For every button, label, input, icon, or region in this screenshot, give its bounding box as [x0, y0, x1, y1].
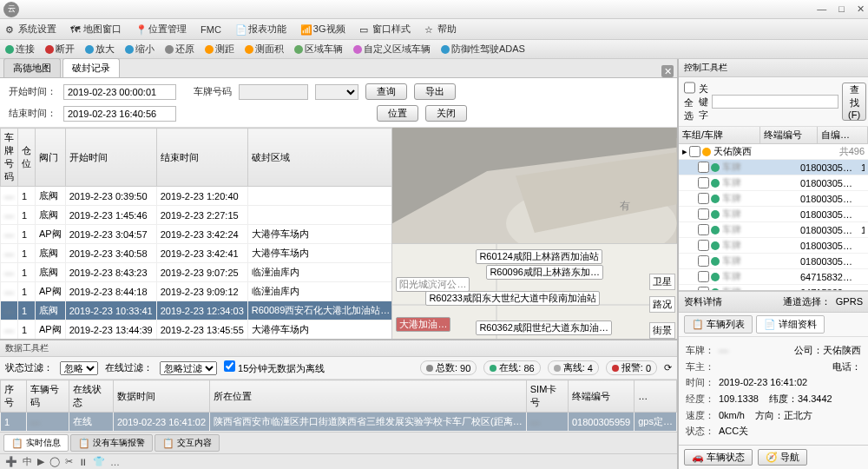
navigate-button[interactable]: 🧭导航 — [758, 449, 807, 466]
tab-close-button[interactable]: ✕ — [661, 65, 674, 77]
menu-帮助[interactable]: ☆帮助 — [424, 23, 457, 36]
col-header[interactable]: 车辆号码 — [26, 380, 69, 413]
export-button[interactable]: 导出 — [414, 83, 456, 100]
tree-item[interactable]: 车牌01800305…1471… — [679, 160, 868, 175]
tool-缩小[interactable]: 缩小 — [125, 43, 155, 56]
table-row[interactable]: —1底阀2019-2-23 3:40:582019-2-23 3:42:41大港… — [1, 244, 393, 263]
find-button[interactable]: 查找(F) — [842, 83, 866, 121]
tree-item[interactable]: 车牌64715832… — [679, 269, 868, 285]
menu-系统设置[interactable]: ⚙系统设置 — [5, 23, 56, 36]
col-header[interactable]: 在线状态 — [69, 380, 114, 413]
select-all-checkbox[interactable]: 全选 — [684, 81, 695, 122]
tool-还原[interactable]: 还原 — [165, 43, 194, 56]
col-header[interactable]: 数据时间 — [113, 380, 209, 413]
map-poi-label[interactable]: R60233咸阳东大世纪大道中段南加油站 — [425, 291, 600, 306]
table-row[interactable]: —1底阀2019-2-23 10:33:412019-2-23 12:34:03… — [1, 301, 393, 320]
status-icon[interactable]: 中 — [23, 455, 32, 468]
menu-报表功能[interactable]: 📄报表功能 — [235, 23, 286, 36]
status-icon[interactable]: ➕ — [5, 456, 17, 467]
map-road-toggle[interactable]: 路况 — [649, 296, 675, 313]
close-button[interactable]: ✕ — [857, 3, 865, 15]
start-time-input[interactable] — [63, 84, 176, 100]
menu-位置管理[interactable]: 📍位置管理 — [135, 23, 187, 36]
maximize-button[interactable]: □ — [838, 3, 845, 15]
status-filter-select[interactable]: 忽略 — [60, 361, 98, 375]
map-street-toggle[interactable]: 街景 — [649, 322, 675, 339]
idle-checkbox-label[interactable]: 15分钟无数据为离线 — [224, 360, 325, 375]
map-marker-label: 大港加油… — [396, 317, 450, 332]
plate-input[interactable] — [239, 84, 308, 100]
tab-map[interactable]: 高德地图 — [3, 58, 61, 77]
tool-放大[interactable]: 放大 — [85, 43, 115, 56]
menu-地图窗口[interactable]: 🗺地图窗口 — [70, 23, 122, 36]
tree-item[interactable]: 车牌01800305… — [679, 175, 868, 191]
col-header[interactable]: 破封区域 — [247, 129, 392, 187]
tree-item[interactable]: 车牌01800305… — [679, 254, 868, 269]
status-icon[interactable]: ✂ — [65, 456, 73, 467]
table-row[interactable]: —1AP阀2019-2-23 13:44:392019-2-23 13:45:5… — [1, 320, 393, 340]
tool-测面积[interactable]: 测面积 — [245, 43, 284, 56]
tool-icon — [45, 45, 54, 54]
end-time-input[interactable] — [63, 106, 176, 122]
tool-连接[interactable]: 连接 — [5, 43, 35, 56]
query-button[interactable]: 查询 — [365, 83, 407, 100]
minimize-button[interactable]: — — [817, 3, 826, 15]
map-satellite-toggle[interactable]: 卫星 — [649, 274, 675, 290]
status-icon[interactable]: ◯ — [49, 456, 60, 467]
menu-3G视频[interactable]: 📶3G视频 — [300, 23, 345, 36]
table-row[interactable]: —1AP阀2019-2-23 3:04:572019-2-23 3:42:24大… — [1, 225, 393, 244]
tree-item[interactable]: 车牌01800305… — [679, 238, 868, 254]
status-icon[interactable]: 👕 — [93, 456, 105, 467]
tool-断开[interactable]: 断开 — [45, 43, 75, 56]
col-header[interactable]: 结束时间 — [156, 129, 247, 187]
position-button[interactable]: 位置 — [377, 105, 418, 122]
online-filter-select[interactable]: 忽略过滤 — [160, 361, 217, 375]
table-row[interactable]: —1底阀2019-2-23 1:45:462019-2-23 2:27:15 — [1, 206, 393, 225]
close-panel-button[interactable]: 关闭 — [425, 105, 467, 122]
status-icon[interactable]: ▶ — [37, 456, 44, 467]
col-header[interactable]: 车牌号码 — [1, 129, 18, 187]
bottom-tab[interactable]: 📋实时信息 — [3, 434, 69, 452]
col-header[interactable]: 所在位置 — [210, 380, 527, 413]
tree-item[interactable]: 车牌01800305… — [679, 207, 868, 222]
menu-FMC[interactable]: FMC — [201, 24, 221, 35]
tab-detail-info[interactable]: 📄详细资料 — [756, 315, 825, 334]
menu-窗口样式[interactable]: ▭窗口样式 — [359, 23, 411, 36]
tool-防御性驾驶ADAS[interactable]: 防御性驾驶ADAS — [441, 43, 525, 56]
table-row[interactable]: —1底阀2019-2-23 8:43:232019-2-23 9:07:25临潼… — [1, 263, 393, 282]
keyword-input[interactable] — [712, 95, 838, 109]
start-time-label: 开始时间： — [9, 85, 56, 98]
col-header[interactable]: … — [635, 380, 677, 413]
tree-item[interactable]: 车牌01800305…1471( — [679, 222, 868, 238]
seal-log-table[interactable]: 车牌号码仓位阀门开始时间结束时间破封区域—1底阀2019-2-23 0:39:5… — [0, 128, 392, 339]
tool-区域车辆[interactable]: 区域车辆 — [294, 43, 343, 56]
tool-测距[interactable]: 测距 — [205, 43, 234, 56]
tree-item[interactable]: 车牌01800305… — [679, 191, 868, 207]
refresh-icon[interactable]: ⟳ — [664, 362, 672, 373]
col-header[interactable]: 开始时间 — [65, 129, 156, 187]
tab-vehicle-list[interactable]: 📋车辆列表 — [684, 315, 753, 334]
status-icon[interactable]: ⏸ — [78, 457, 88, 467]
vehicle-status-button[interactable]: 🚗车辆状态 — [684, 449, 753, 466]
bottom-tab[interactable]: 📋交互内容 — [155, 434, 220, 452]
col-header[interactable]: 终端编号 — [568, 380, 634, 413]
tab-seal-log[interactable]: 破封记录 — [62, 58, 120, 77]
col-header[interactable]: 阀门 — [36, 129, 66, 187]
table-row[interactable]: —1AP阀2019-2-23 8:44:182019-2-23 9:09:12临… — [1, 282, 393, 301]
map-poi-label[interactable]: R60362咸阳世纪大道东加油… — [476, 320, 612, 335]
tree-item[interactable]: 车牌64715832… — [679, 285, 868, 291]
col-header[interactable]: SIM卡号 — [526, 380, 568, 413]
col-header[interactable]: 序号 — [1, 380, 27, 413]
detail-title: 资料详情 — [684, 295, 722, 308]
plate-select[interactable] — [315, 84, 358, 100]
bottom-tab[interactable]: 📋没有车辆报警 — [70, 434, 153, 452]
status-icon[interactable]: … — [110, 457, 120, 467]
tool-自定义区域车辆[interactable]: 自定义区域车辆 — [353, 43, 431, 56]
mini-map[interactable]: 阳光城滨河公… 大港加油… R60124咸阳上林路西加油站R60096咸阳上林路… — [392, 243, 677, 339]
col-header[interactable]: 仓位 — [18, 129, 36, 187]
map-poi-label[interactable]: R60124咸阳上林路西加油站 — [476, 249, 602, 264]
map-poi-label[interactable]: R60096咸阳上林路东加… — [486, 265, 603, 280]
tree-root[interactable]: ▸ 天佑陕西 共496 — [679, 144, 868, 160]
table-row[interactable]: —1底阀2019-2-23 0:39:502019-2-23 1:20:40 — [1, 187, 393, 206]
realtime-table[interactable]: 序号车辆号码在线状态数据时间所在位置SIM卡号终端编号… 1— 在线2019-0… — [0, 380, 677, 432]
